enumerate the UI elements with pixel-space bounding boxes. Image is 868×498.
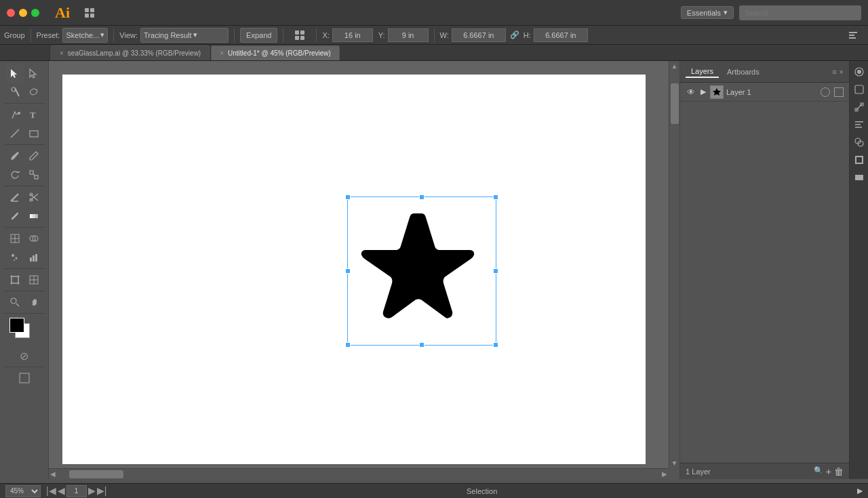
next-page-btn[interactable]: ▶ <box>88 485 96 497</box>
maximize-button[interactable] <box>31 9 39 17</box>
handle-tm[interactable] <box>419 194 425 200</box>
h-scroll-thumb[interactable] <box>69 470 123 478</box>
strip-appearance-icon[interactable] <box>851 81 867 98</box>
svg-rect-0 <box>85 8 89 12</box>
strip-stroke-icon[interactable] <box>851 152 867 168</box>
rotate-tool[interactable] <box>5 165 24 184</box>
shape-builder-tool[interactable] <box>24 229 43 248</box>
layers-tab[interactable]: Layers <box>686 66 719 78</box>
layer-target-icon[interactable] <box>821 87 830 97</box>
line-tool[interactable] <box>5 124 24 143</box>
page-input[interactable] <box>66 485 87 497</box>
w-input[interactable] <box>452 28 506 42</box>
pencil-tool[interactable] <box>24 146 43 165</box>
mesh-tool[interactable] <box>5 229 24 248</box>
workspace-selector[interactable]: Essentials ▾ <box>681 6 734 19</box>
strip-pathfinder-icon[interactable] <box>851 134 867 150</box>
layers-delete-icon[interactable]: 🗑 <box>834 466 844 477</box>
preset-label: Preset: <box>37 31 60 39</box>
type-tool[interactable]: T <box>24 105 43 124</box>
symbol-sprayer-tool[interactable] <box>5 248 24 267</box>
right-icon-strip <box>849 61 868 479</box>
svg-point-15 <box>18 112 20 115</box>
strip-gradient-icon[interactable] <box>851 169 867 186</box>
eraser-tool[interactable] <box>5 188 24 207</box>
eyedropper-tool[interactable] <box>5 207 24 226</box>
handle-br[interactable] <box>493 342 498 348</box>
h-input[interactable] <box>534 28 588 42</box>
slice-tool[interactable] <box>24 270 43 289</box>
gradient-tool[interactable] <box>24 207 43 226</box>
magic-wand-tool[interactable] <box>5 83 24 102</box>
graph-tool[interactable] <box>24 248 43 267</box>
change-screen-mode[interactable] <box>15 369 34 388</box>
direct-selection-tool[interactable] <box>24 64 43 83</box>
layer-lock-icon[interactable] <box>834 87 844 97</box>
view-selector[interactable]: Tracing Result ▾ <box>140 28 229 43</box>
w-label: W: <box>440 31 449 39</box>
zoom-tool[interactable] <box>5 293 24 312</box>
layers-add-icon[interactable]: + <box>826 466 831 477</box>
browse-button[interactable] <box>80 3 99 22</box>
zoom-control[interactable]: 45% 100% 200% <box>5 485 41 497</box>
layer-count-bar: 1 Layer 🔍 + 🗑 <box>680 463 849 479</box>
canvas-area[interactable]: S5gen1 ® ▲ ▼ ◀ ▶ <box>49 61 679 479</box>
preset-selector[interactable]: Sketche... ▾ <box>62 28 108 43</box>
minimize-button[interactable] <box>19 9 27 17</box>
left-toolbar: T <box>0 61 49 479</box>
y-input[interactable] <box>388 28 429 42</box>
scale-tool[interactable] <box>24 165 43 184</box>
scissors-tool[interactable] <box>24 188 43 207</box>
panel-close-icon[interactable]: × <box>840 68 844 76</box>
pen-tool[interactable] <box>5 105 24 124</box>
handle-bl[interactable] <box>345 342 351 348</box>
handle-tr[interactable] <box>493 194 498 200</box>
expand-button[interactable]: Expand <box>240 28 277 43</box>
handle-tl[interactable] <box>345 194 351 200</box>
x-input[interactable] <box>332 28 373 42</box>
first-page-btn[interactable]: |◀ <box>46 485 56 497</box>
paintbrush-tool[interactable] <box>5 146 24 165</box>
close-button[interactable] <box>7 9 15 17</box>
panel-menu-icon[interactable]: ≡ <box>832 68 836 76</box>
workspace-label: Essentials <box>687 9 721 17</box>
tab-untitled-close[interactable]: × <box>220 49 224 57</box>
color-none-icon[interactable]: ⊘ <box>15 346 34 365</box>
star-object[interactable]: S5gen1 ® <box>351 200 493 342</box>
prev-page-btn[interactable]: ◀ <box>58 485 65 497</box>
strip-align-icon[interactable] <box>851 117 867 133</box>
svg-rect-62 <box>855 175 863 180</box>
layer-visibility-icon[interactable]: 👁 <box>686 87 696 98</box>
align-icon[interactable] <box>844 26 863 45</box>
tab-seaglass[interactable]: × seaGlassLamp.ai @ 33.33% (RGB/Preview) <box>51 45 210 60</box>
handle-bm[interactable] <box>419 342 425 348</box>
zoom-select[interactable]: 45% 100% 200% <box>5 485 41 497</box>
svg-rect-49 <box>20 373 29 383</box>
horizontal-scrollbar[interactable]: ◀ ▶ <box>49 468 669 479</box>
svg-rect-7 <box>300 36 304 40</box>
selection-tool[interactable] <box>5 64 24 83</box>
rectangle-tool[interactable] <box>24 124 43 143</box>
layer-row[interactable]: 👁 ▶ Layer 1 <box>680 83 849 102</box>
artboard-tool[interactable] <box>5 270 24 289</box>
layer-expand-icon[interactable]: ▶ <box>699 88 707 96</box>
vertical-scrollbar[interactable]: ▲ ▼ <box>669 61 679 468</box>
strip-color-icon[interactable] <box>851 64 867 80</box>
hand-tool[interactable] <box>24 293 43 312</box>
layers-search-icon[interactable]: 🔍 <box>814 466 823 477</box>
last-page-btn[interactable]: ▶| <box>97 485 107 497</box>
artboards-tab[interactable]: Artboards <box>722 66 765 77</box>
fill-color[interactable] <box>9 318 24 333</box>
tab-untitled[interactable]: × Untitled-1* @ 45% (RGB/Preview) <box>211 45 340 60</box>
tracing-options-icon[interactable] <box>290 26 309 45</box>
svg-text:T: T <box>30 110 36 120</box>
tab-seaglass-close[interactable]: × <box>60 49 64 57</box>
v-scroll-thumb[interactable] <box>671 83 679 124</box>
handle-mr[interactable] <box>493 268 498 274</box>
artboard-nav-icon[interactable]: ▶ <box>857 486 863 495</box>
handle-ml[interactable] <box>345 268 351 274</box>
search-input[interactable] <box>739 5 861 20</box>
link-dimensions-icon[interactable]: 🔗 <box>509 30 521 39</box>
strip-transform-icon[interactable] <box>851 99 867 115</box>
lasso-tool[interactable] <box>24 83 43 102</box>
